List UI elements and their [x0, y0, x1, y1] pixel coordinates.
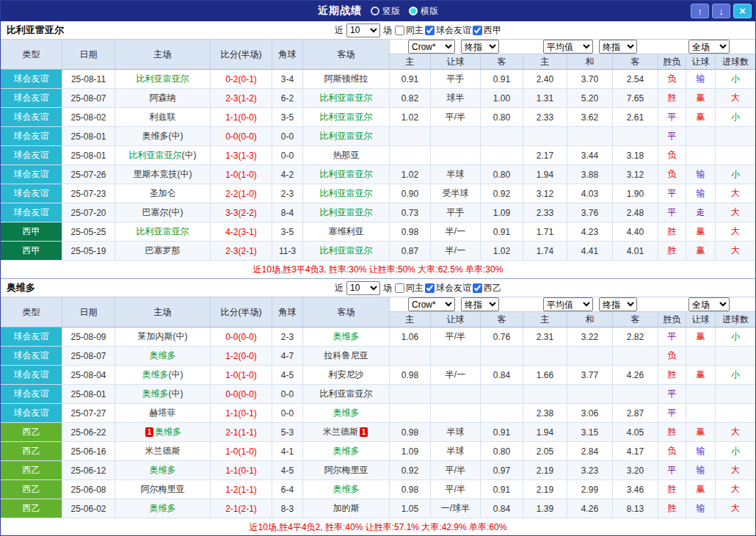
checkbox-input[interactable]	[395, 283, 404, 293]
team-name-link[interactable]: 比利亚雷亚尔	[320, 187, 373, 200]
result-cell: 大	[716, 184, 755, 203]
odds-cell: 4.26	[613, 366, 658, 384]
neutral-ground-label: (中)	[182, 149, 197, 162]
team-name-link[interactable]: 阿尔梅里亚	[324, 464, 368, 477]
team-name-link[interactable]: 奥维多	[333, 445, 360, 457]
team-name-link[interactable]: 莱加内斯	[138, 330, 173, 343]
result-cell: 负	[658, 347, 686, 365]
home-team-cell: 奥维多	[115, 347, 211, 365]
team-name-link[interactable]: 比利亚雷亚尔	[320, 206, 373, 219]
team-name-link[interactable]: 奥维多	[142, 130, 169, 142]
odds-cell: 4.26	[567, 499, 613, 518]
team-name-link[interactable]: 巴塞尔	[142, 206, 169, 219]
filter-checkbox[interactable]: 球会友谊	[425, 24, 471, 37]
team-name-link[interactable]: 利兹联	[150, 111, 176, 123]
team-name-link[interactable]: 阿斯顿维拉	[324, 73, 368, 85]
odds-cell: 0.90	[390, 184, 431, 203]
close-button[interactable]: ×	[733, 4, 752, 18]
handicap-final-odds-select[interactable]: 终指	[461, 40, 499, 54]
team-name-link[interactable]: 奥维多	[333, 407, 360, 419]
fulltime-scope-select[interactable]: 全场	[688, 297, 730, 311]
filter-checkbox[interactable]: 同主	[395, 24, 424, 37]
home-team-cell: 巴塞尔(中)	[115, 203, 211, 222]
filter-checkbox[interactable]: 西甲	[473, 24, 501, 37]
team-name-link[interactable]: 奥维多	[150, 464, 176, 477]
team-name-link[interactable]: 奥维多	[142, 369, 169, 381]
result-cell: 负	[658, 70, 686, 88]
team-name-link[interactable]: 圣加仑	[150, 187, 176, 200]
column-subheader: 胜负	[658, 54, 686, 69]
checkbox-input[interactable]	[473, 283, 482, 293]
result-cell	[716, 385, 755, 403]
bookmaker-select[interactable]: Crow*	[408, 40, 455, 54]
team-name-link[interactable]: 热那亚	[333, 149, 360, 162]
scroll-down-button[interactable]: ↓	[712, 4, 730, 18]
team-name-link[interactable]: 拉科鲁尼亚	[324, 350, 368, 362]
checkbox-input[interactable]	[395, 26, 404, 35]
odds-cell: 平/半	[431, 108, 481, 126]
match-type-cell: 球会友谊	[1, 203, 62, 222]
team-name-link[interactable]: 塞维利亚	[329, 225, 364, 238]
team-name-link[interactable]: 比利亚雷亚尔	[137, 225, 189, 238]
corners-cell: 4-1	[272, 442, 303, 460]
team-name-link[interactable]: 奥维多	[155, 426, 181, 438]
result-cell	[686, 347, 716, 365]
team-name-link[interactable]: 奥维多	[150, 502, 176, 515]
team-name-link[interactable]: 比利亚雷亚尔	[129, 149, 182, 162]
team-name-link[interactable]: 比利亚雷亚尔	[320, 130, 373, 142]
team-name-link[interactable]: 巴塞罗那	[145, 245, 181, 257]
team-name-link[interactable]: 利安尼沙	[329, 369, 364, 381]
team-name-link[interactable]: 奥维多	[333, 483, 360, 496]
average-final-odds-select[interactable]: 终指	[599, 40, 637, 54]
team-name-link[interactable]: 比利亚雷亚尔	[320, 168, 373, 181]
scroll-up-button[interactable]: ↑	[691, 4, 709, 18]
team-name-link[interactable]: 比利亚雷亚尔	[320, 92, 373, 104]
odds-cell: 2.82	[613, 327, 658, 346]
handicap-final-odds-select[interactable]: 终指	[461, 297, 499, 311]
result-cell: 胜	[658, 499, 686, 518]
team-name-link[interactable]: 奥维多	[333, 330, 360, 343]
odds-cell: 0.82	[390, 89, 431, 107]
score-cell: 0-0(0-0)	[211, 385, 272, 403]
filter-checkbox[interactable]: 球会友谊	[425, 282, 471, 294]
team-name-link[interactable]: 比利亚雷亚尔	[320, 388, 373, 400]
match-count-select[interactable]: 10	[346, 23, 380, 37]
result-cell: 胜	[658, 423, 686, 441]
checkbox-label: 球会友谊	[436, 24, 471, 37]
table-row: 球会友谊25-08-11比利亚雷亚尔0-2(0-1)3-4阿斯顿维拉0.91平手…	[1, 70, 755, 89]
checkbox-input[interactable]	[425, 26, 435, 35]
team-name-link[interactable]: 米兰德斯	[145, 445, 181, 457]
team-name-link[interactable]: 比利亚雷亚尔	[320, 245, 373, 257]
average-final-odds-select[interactable]: 终指	[599, 297, 637, 311]
team-name-link[interactable]: 奥维多	[142, 388, 169, 400]
result-cell: 小	[716, 366, 755, 384]
team-name-link[interactable]: 比利亚雷亚尔	[137, 73, 189, 85]
team-name-link[interactable]: 阿尔梅里亚	[141, 483, 185, 496]
team-name-link[interactable]: 里斯本竞技	[134, 168, 178, 181]
score-cell: 2-2(1-0)	[211, 184, 272, 203]
table-row: 球会友谊25-07-23圣加仑2-2(1-0)2-3比利亚雷亚尔0.90受半球0…	[1, 184, 755, 203]
team-name-link[interactable]: 赫塔菲	[150, 407, 176, 419]
team-name-link[interactable]: 阿森纳	[150, 92, 176, 104]
odds-cell: 1.39	[523, 499, 567, 518]
layout-radio-horizontal[interactable]: 横版	[409, 5, 438, 18]
home-team-cell: 圣加仑	[115, 184, 211, 203]
team-name-link[interactable]: 比利亚雷亚尔	[320, 111, 373, 123]
layout-radio-vertical[interactable]: 竖版	[371, 5, 400, 18]
team-name-link[interactable]: 奥维多	[150, 350, 176, 362]
fulltime-scope-select[interactable]: 全场	[688, 40, 730, 54]
result-cell: 胜	[658, 242, 686, 260]
bookmaker-select[interactable]: Crow*	[408, 297, 455, 311]
checkbox-input[interactable]	[425, 283, 435, 293]
result-cell: 小	[716, 108, 755, 126]
team-name-link[interactable]: 加的斯	[333, 502, 360, 515]
match-count-select[interactable]: 10	[346, 281, 380, 295]
filter-checkbox[interactable]: 同主	[395, 282, 424, 294]
filter-checkbox[interactable]: 西乙	[473, 282, 501, 294]
team-name-link[interactable]: 米兰德斯	[323, 426, 358, 438]
table-row: 球会友谊25-08-09莱加内斯(中)0-0(0-0)2-3奥维多1.06平/半…	[1, 327, 755, 347]
average-select[interactable]: 平均值	[543, 40, 593, 54]
checkbox-input[interactable]	[473, 26, 482, 35]
home-team-cell: 1奥维多	[115, 423, 211, 441]
average-select[interactable]: 平均值	[543, 297, 593, 311]
